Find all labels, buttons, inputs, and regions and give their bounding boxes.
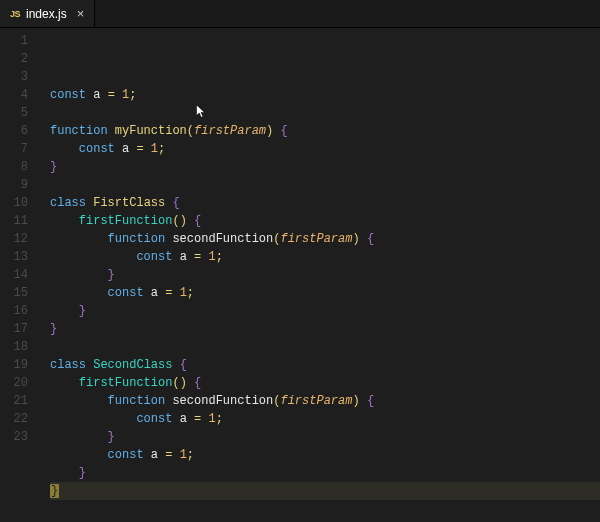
token: 1 bbox=[208, 250, 215, 264]
token: () bbox=[172, 214, 194, 228]
line-number: 23 bbox=[0, 428, 28, 446]
editor[interactable]: 1234567891011121314151617181920212223 co… bbox=[0, 28, 600, 522]
token: } bbox=[79, 466, 86, 480]
code-line[interactable]: } bbox=[50, 266, 600, 284]
line-number: 5 bbox=[0, 104, 28, 122]
token bbox=[50, 232, 108, 246]
code-line[interactable]: function myFunction(firstParam) { bbox=[50, 122, 600, 140]
code-line[interactable]: class FisrtClass { bbox=[50, 194, 600, 212]
code-line[interactable]: const a = 1; bbox=[50, 446, 600, 464]
line-number: 2 bbox=[0, 50, 28, 68]
token: function bbox=[108, 394, 173, 408]
token: = bbox=[108, 88, 122, 102]
line-number: 19 bbox=[0, 356, 28, 374]
token: () bbox=[172, 376, 194, 390]
token: = bbox=[165, 286, 179, 300]
code-line[interactable]: } bbox=[50, 302, 600, 320]
code-line[interactable]: } bbox=[50, 482, 600, 500]
token: secondFunction bbox=[172, 394, 273, 408]
line-number: 21 bbox=[0, 392, 28, 410]
code-line[interactable]: const a = 1; bbox=[50, 86, 600, 104]
code-line[interactable]: } bbox=[50, 464, 600, 482]
code-line[interactable]: const a = 1; bbox=[50, 140, 600, 158]
code-line[interactable]: class SecondClass { bbox=[50, 356, 600, 374]
code-line[interactable]: } bbox=[50, 320, 600, 338]
token: SecondClass bbox=[93, 358, 179, 372]
token: { bbox=[194, 214, 201, 228]
line-number: 13 bbox=[0, 248, 28, 266]
token: ; bbox=[216, 250, 223, 264]
token: 1 bbox=[180, 286, 187, 300]
token: { bbox=[180, 358, 187, 372]
code-line[interactable]: } bbox=[50, 158, 600, 176]
token: ; bbox=[187, 448, 194, 462]
line-number: 1 bbox=[0, 32, 28, 50]
code-line[interactable]: } bbox=[50, 428, 600, 446]
token: ; bbox=[158, 142, 165, 156]
token: } bbox=[50, 484, 59, 498]
code-line[interactable] bbox=[50, 176, 600, 194]
line-number: 12 bbox=[0, 230, 28, 248]
code-line[interactable]: function secondFunction(firstParam) { bbox=[50, 392, 600, 410]
tab-bar: JS index.js × bbox=[0, 0, 600, 28]
line-number: 20 bbox=[0, 374, 28, 392]
code-line[interactable]: const a = 1; bbox=[50, 248, 600, 266]
token: ; bbox=[129, 88, 136, 102]
token: ; bbox=[216, 412, 223, 426]
mouse-cursor-icon bbox=[152, 86, 207, 144]
token bbox=[50, 430, 108, 444]
token bbox=[50, 376, 79, 390]
token: 1 bbox=[151, 142, 158, 156]
token: firstFunction bbox=[79, 376, 173, 390]
code-line[interactable]: const a = 1; bbox=[50, 410, 600, 428]
token: } bbox=[79, 304, 86, 318]
token: { bbox=[194, 376, 201, 390]
line-number: 3 bbox=[0, 68, 28, 86]
token: 1 bbox=[180, 448, 187, 462]
token: } bbox=[50, 160, 57, 174]
token: { bbox=[172, 196, 179, 210]
token bbox=[50, 268, 108, 282]
token: = bbox=[194, 412, 208, 426]
token: = bbox=[194, 250, 208, 264]
line-number: 8 bbox=[0, 158, 28, 176]
code-line[interactable]: function secondFunction(firstParam) { bbox=[50, 230, 600, 248]
line-number: 16 bbox=[0, 302, 28, 320]
token: } bbox=[108, 430, 115, 444]
token: class bbox=[50, 196, 93, 210]
token: a bbox=[122, 142, 136, 156]
line-number: 17 bbox=[0, 320, 28, 338]
line-number: 14 bbox=[0, 266, 28, 284]
token: { bbox=[280, 124, 287, 138]
token bbox=[50, 412, 136, 426]
token: } bbox=[108, 268, 115, 282]
code-line[interactable]: const a = 1; bbox=[50, 284, 600, 302]
line-number-gutter: 1234567891011121314151617181920212223 bbox=[0, 28, 36, 522]
token bbox=[50, 448, 108, 462]
javascript-icon: JS bbox=[10, 9, 20, 19]
token bbox=[50, 142, 79, 156]
line-number: 6 bbox=[0, 122, 28, 140]
token: class bbox=[50, 358, 93, 372]
code-line[interactable]: firstFunction() { bbox=[50, 212, 600, 230]
token: FisrtClass bbox=[93, 196, 172, 210]
code-area[interactable]: const a = 1;function myFunction(firstPar… bbox=[36, 28, 600, 522]
line-number: 18 bbox=[0, 338, 28, 356]
line-number: 7 bbox=[0, 140, 28, 158]
code-line[interactable] bbox=[50, 338, 600, 356]
code-line[interactable]: firstFunction() { bbox=[50, 374, 600, 392]
token: a bbox=[93, 88, 107, 102]
token: = bbox=[136, 142, 150, 156]
line-number: 11 bbox=[0, 212, 28, 230]
tab-indexjs[interactable]: JS index.js × bbox=[0, 0, 95, 27]
close-icon[interactable]: × bbox=[77, 7, 85, 20]
token: const bbox=[79, 142, 122, 156]
token: ) bbox=[266, 124, 280, 138]
token: secondFunction bbox=[172, 232, 273, 246]
token: a bbox=[180, 412, 194, 426]
token: = bbox=[165, 448, 179, 462]
code-line[interactable] bbox=[50, 104, 600, 122]
token: ) bbox=[352, 394, 366, 408]
token: firstParam bbox=[280, 394, 352, 408]
token bbox=[50, 466, 79, 480]
